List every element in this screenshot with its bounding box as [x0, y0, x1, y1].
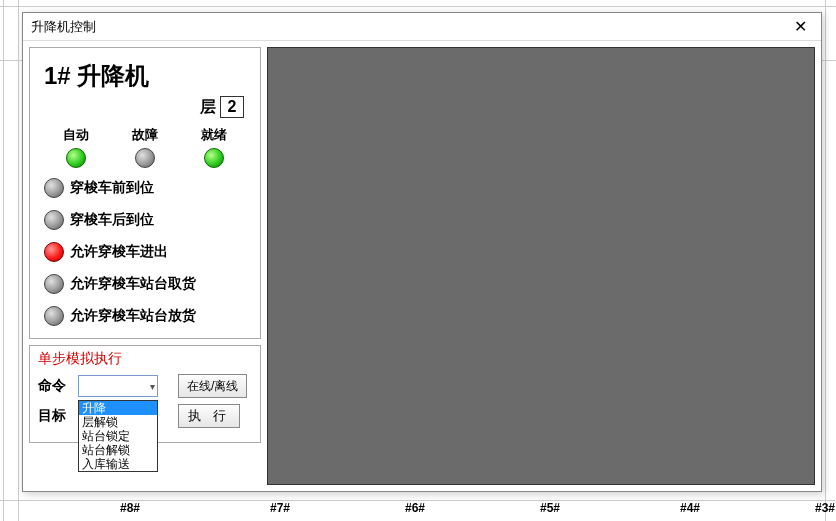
online-offline-button[interactable]: 在线/离线 — [178, 374, 247, 398]
status-item-label: 穿梭车前到位 — [70, 179, 154, 197]
status-item: 允许穿梭车站台放货 — [44, 306, 252, 326]
bg-column-label: #8# — [120, 501, 140, 515]
status-item: 穿梭车前到位 — [44, 178, 252, 198]
chevron-down-icon: ▾ — [150, 381, 155, 392]
preview-panel — [267, 47, 815, 485]
execute-button[interactable]: 执 行 — [178, 404, 240, 428]
background-column-labels: #8##7##6##5##4##3# — [0, 501, 836, 521]
status-led-icon — [204, 148, 224, 168]
close-icon: ✕ — [794, 17, 807, 36]
lift-control-dialog: 升降机控制 ✕ 1# 升降机 层 2 自动故障就绪 穿梭车前到位穿梭车后到位允许… — [22, 12, 822, 492]
lift-title: 1# 升降机 — [44, 60, 252, 92]
sim-title: 单步模拟执行 — [38, 350, 252, 368]
floor-value: 2 — [220, 96, 244, 118]
dialog-title: 升降机控制 — [31, 18, 96, 36]
status-led-icon — [66, 148, 86, 168]
dropdown-option[interactable]: 层解锁 — [79, 415, 157, 429]
bg-column-label: #5# — [540, 501, 560, 515]
bg-column-label: #6# — [405, 501, 425, 515]
top-status-item: 故障 — [132, 126, 158, 168]
command-dropdown-list[interactable]: 升降层解锁站台锁定站台解锁入库输送 — [78, 400, 158, 472]
dropdown-option[interactable]: 入库输送 — [79, 457, 157, 471]
status-led-icon — [44, 274, 64, 294]
dropdown-option[interactable]: 站台解锁 — [79, 443, 157, 457]
status-led-icon — [44, 178, 64, 198]
status-item: 允许穿梭车进出 — [44, 242, 252, 262]
status-item-label: 穿梭车后到位 — [70, 211, 154, 229]
top-status-item: 自动 — [63, 126, 89, 168]
top-status-label: 故障 — [132, 126, 158, 144]
status-led-icon — [44, 210, 64, 230]
status-item: 穿梭车后到位 — [44, 210, 252, 230]
status-led-icon — [44, 306, 64, 326]
sim-group: 单步模拟执行 命令 ▾ 在线/离线 升降层解锁站台锁定站台解锁入库输送 目标 — [29, 345, 261, 443]
status-led-icon — [135, 148, 155, 168]
status-group: 1# 升降机 层 2 自动故障就绪 穿梭车前到位穿梭车后到位允许穿梭车进出允许穿… — [29, 47, 261, 339]
status-item-label: 允许穿梭车站台取货 — [70, 275, 196, 293]
status-led-icon — [44, 242, 64, 262]
dropdown-option[interactable]: 升降 — [79, 401, 157, 415]
top-status-item: 就绪 — [201, 126, 227, 168]
target-label: 目标 — [38, 407, 72, 425]
status-item: 允许穿梭车站台取货 — [44, 274, 252, 294]
dropdown-option[interactable]: 站台锁定 — [79, 429, 157, 443]
command-combo[interactable]: ▾ — [78, 375, 158, 397]
command-label: 命令 — [38, 377, 72, 395]
left-panel: 1# 升降机 层 2 自动故障就绪 穿梭车前到位穿梭车后到位允许穿梭车进出允许穿… — [29, 47, 261, 485]
dialog-titlebar: 升降机控制 ✕ — [23, 13, 821, 41]
bg-column-label: #3# — [815, 501, 835, 515]
close-button[interactable]: ✕ — [785, 16, 815, 38]
status-item-label: 允许穿梭车进出 — [70, 243, 168, 261]
top-status-label: 就绪 — [201, 126, 227, 144]
bg-column-label: #7# — [270, 501, 290, 515]
floor-label: 层 — [200, 97, 216, 118]
top-status-label: 自动 — [63, 126, 89, 144]
bg-column-label: #4# — [680, 501, 700, 515]
status-item-label: 允许穿梭车站台放货 — [70, 307, 196, 325]
